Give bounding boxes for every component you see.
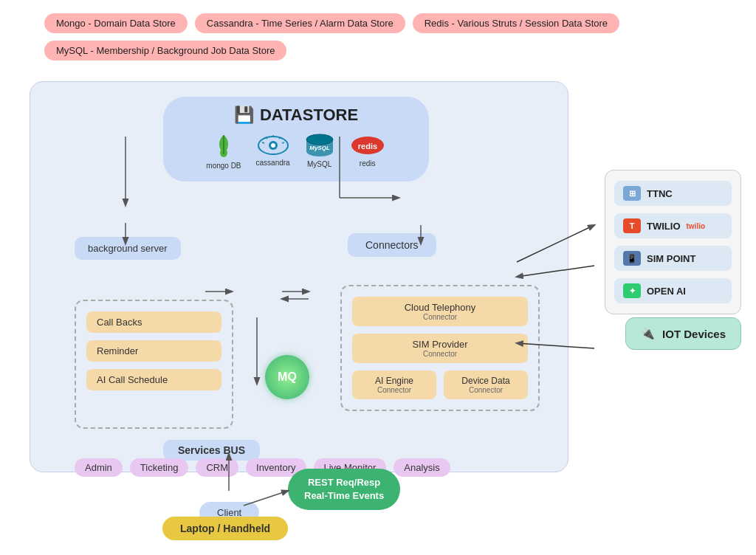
ttnc-icon: ⊞ bbox=[623, 186, 641, 201]
mysql-svg: MySQL bbox=[305, 134, 334, 157]
svg-point-3 bbox=[271, 143, 275, 148]
svg-line-7 bbox=[262, 142, 264, 143]
bottom-connectors-row: AI Engine Connector Device Data Connecto… bbox=[352, 370, 528, 399]
sim-point-icon: 📱 bbox=[623, 251, 641, 266]
ai-call-schedule-badge: AI Call Schedule bbox=[86, 369, 221, 390]
twilio-icon: T bbox=[623, 218, 641, 233]
open-ai-icon: ✦ bbox=[623, 283, 641, 298]
iot-icon: 🔌 bbox=[641, 327, 655, 340]
mongo-svg bbox=[210, 132, 237, 159]
svg-line-8 bbox=[282, 142, 284, 143]
rest-line1: REST Req/Resp bbox=[304, 476, 384, 489]
cassandra-badge: Cassandra - Time Series / Alarm Data Sto… bbox=[195, 13, 405, 33]
mysql-badge: MySQL - Membership / Background Job Data… bbox=[44, 41, 286, 61]
callbacks-badge: Call Backs bbox=[86, 311, 221, 333]
connectors-box: Connectors bbox=[348, 233, 436, 257]
redis-badge: Redis - Various Struts / Session Data St… bbox=[413, 13, 619, 33]
rest-box: REST Req/Resp Real-Time Events bbox=[288, 469, 400, 510]
cassandra-db-icon: cassandra bbox=[256, 135, 290, 167]
mongo-db-icon: mongo DB bbox=[206, 132, 241, 170]
open-ai-item: ✦ OPEN AI bbox=[614, 278, 732, 303]
ttnc-item: ⊞ TTNC bbox=[614, 181, 732, 206]
datastore-title: 💾 DATASTORE bbox=[234, 106, 358, 125]
rest-line2: Real-Time Events bbox=[304, 489, 384, 503]
device-data-connector: Device Data Connector bbox=[444, 370, 528, 399]
iot-box: 🔌 IOT Devices bbox=[625, 317, 741, 350]
connector-items-area: Cloud Telephony Connector SIM Provider C… bbox=[340, 285, 540, 411]
ticketing-badge: Ticketing bbox=[130, 458, 189, 477]
main-diagram-area: 💾 DATASTORE mongo DB bbox=[30, 81, 568, 472]
services-bus-box: Services BUS bbox=[163, 440, 260, 461]
sim-provider-connector: SIM Provider Connector bbox=[352, 334, 528, 363]
right-panel: ⊞ TTNC T TWILIO twilio 📱 SIM POINT ✦ OPE… bbox=[605, 170, 741, 314]
mysql-db-icon: MySQL MySQL bbox=[305, 134, 334, 168]
datastore-icons: mongo DB cassandra bbox=[206, 132, 385, 170]
mq-circle: MQ bbox=[265, 355, 309, 399]
admin-badge: Admin bbox=[75, 458, 123, 477]
svg-text:MySQL: MySQL bbox=[309, 145, 330, 151]
ai-engine-connector: AI Engine Connector bbox=[352, 370, 436, 399]
redis-db-icon: redis redis bbox=[349, 134, 386, 168]
sim-point-item: 📱 SIM POINT bbox=[614, 246, 732, 271]
datastore-box: 💾 DATASTORE mongo DB bbox=[163, 97, 429, 182]
svg-text:redis: redis bbox=[358, 142, 377, 151]
cloud-telephony-connector: Cloud Telephony Connector bbox=[352, 297, 528, 326]
twilio-logo-text: twilio bbox=[687, 222, 706, 230]
analysis-badge: Analysis bbox=[394, 458, 450, 477]
diagram-container: Mongo - Domain Data Store Cassandra - Ti… bbox=[0, 0, 756, 555]
laptop-box: Laptop / Handheld bbox=[162, 517, 288, 540]
cassandra-svg bbox=[257, 135, 289, 156]
laptop-area: Laptop / Handheld bbox=[162, 517, 288, 540]
mongo-badge: Mongo - Domain Data Store bbox=[44, 13, 188, 33]
datastore-floppy-icon: 💾 bbox=[234, 106, 254, 125]
twilio-item: T TWILIO twilio bbox=[614, 213, 732, 238]
iot-label: IOT Devices bbox=[662, 328, 726, 340]
bg-server-box: background server bbox=[75, 237, 181, 260]
reminder-badge: Reminder bbox=[86, 340, 221, 362]
top-badges-area: Mongo - Domain Data Store Cassandra - Ti… bbox=[0, 0, 756, 68]
callbacks-area: Call Backs Reminder AI Call Schedule bbox=[75, 300, 233, 429]
redis-svg: redis bbox=[349, 134, 386, 156]
crm-badge: CRM bbox=[196, 458, 238, 477]
